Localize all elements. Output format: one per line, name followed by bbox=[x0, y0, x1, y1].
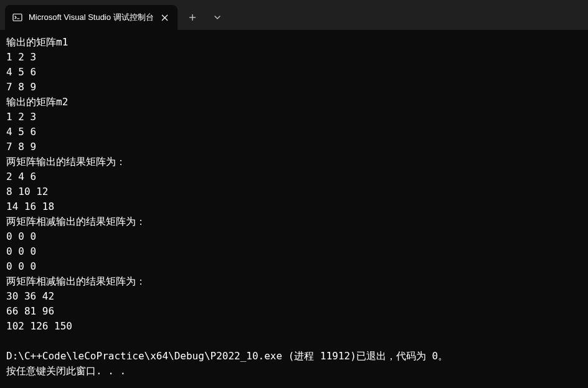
terminal-output[interactable]: 输出的矩阵m11 2 34 5 67 8 9输出的矩阵m21 2 34 5 67… bbox=[0, 30, 588, 384]
output-line: 1 2 3 bbox=[6, 110, 582, 125]
output-line: 7 8 9 bbox=[6, 140, 582, 154]
output-line: 66 81 96 bbox=[6, 304, 582, 319]
tab-actions bbox=[180, 5, 230, 30]
terminal-tab[interactable]: Microsoft Visual Studio 调试控制台 bbox=[5, 5, 178, 30]
terminal-icon bbox=[12, 12, 22, 22]
output-line: 2 4 6 bbox=[6, 169, 582, 184]
output-line: 两矩阵相减输出的结果矩阵为： bbox=[6, 274, 582, 289]
tab-dropdown-button[interactable] bbox=[205, 5, 230, 30]
output-line: 0 0 0 bbox=[6, 244, 582, 259]
exit-message: D:\C++Code\leCoPractice\x64\Debug\P2022_… bbox=[6, 349, 582, 364]
output-line: 7 8 9 bbox=[6, 80, 582, 95]
tab-title: Microsoft Visual Studio 调试控制台 bbox=[29, 12, 154, 23]
output-line: 两矩阵相减输出的结果矩阵为： bbox=[6, 214, 582, 229]
svg-rect-0 bbox=[13, 14, 22, 21]
output-line: 输出的矩阵m1 bbox=[6, 35, 582, 50]
close-icon[interactable] bbox=[160, 12, 170, 22]
output-line: 0 0 0 bbox=[6, 259, 582, 274]
output-line: 0 0 0 bbox=[6, 229, 582, 244]
output-line: 两矩阵输出的结果矩阵为： bbox=[6, 154, 582, 169]
new-tab-button[interactable] bbox=[180, 5, 205, 30]
output-line: 102 126 150 bbox=[6, 319, 582, 334]
blank-line bbox=[6, 334, 582, 349]
prompt-message: 按任意键关闭此窗口. . . bbox=[6, 364, 582, 379]
output-line: 30 36 42 bbox=[6, 289, 582, 304]
titlebar: Microsoft Visual Studio 调试控制台 bbox=[0, 0, 588, 30]
output-line: 4 5 6 bbox=[6, 125, 582, 140]
output-line: 输出的矩阵m2 bbox=[6, 95, 582, 110]
output-line: 14 16 18 bbox=[6, 199, 582, 214]
output-line: 8 10 12 bbox=[6, 184, 582, 199]
output-line: 4 5 6 bbox=[6, 65, 582, 80]
output-line: 1 2 3 bbox=[6, 50, 582, 65]
